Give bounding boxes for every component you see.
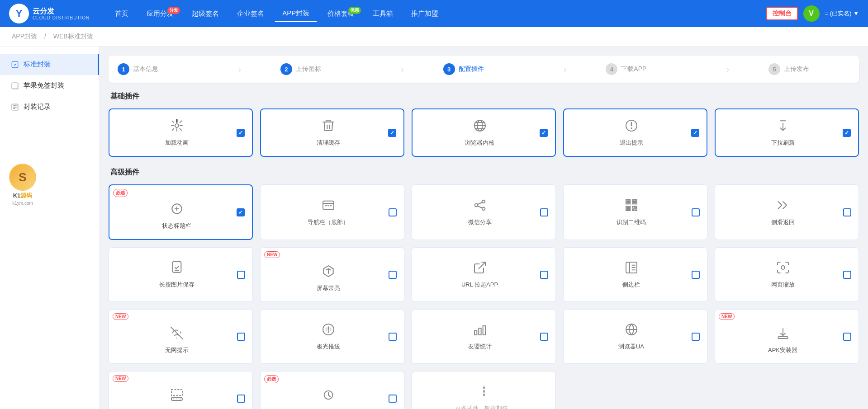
logo-icon: Y bbox=[9, 4, 29, 24]
checkbox-url-launch[interactable] bbox=[540, 271, 548, 279]
advanced-plugins-grid: 必选 状态标题栏 ✓ bbox=[109, 184, 859, 409]
watermark: S K1源码 k1ym.com bbox=[9, 164, 36, 206]
checkbox-android-cert[interactable] bbox=[389, 395, 397, 403]
checkbox-nav-bar[interactable] bbox=[389, 208, 397, 216]
basic-plugins-title: 基础插件 bbox=[109, 92, 859, 101]
checkbox-zoom[interactable] bbox=[843, 271, 851, 279]
nav-home[interactable]: 首页 bbox=[108, 6, 136, 22]
plugin-card-refresh[interactable]: 下拉刷新 ✓ bbox=[715, 108, 859, 157]
main-header: Y 云分发 CLOUD DISTRIBUTION 首页 应用分发 分发 超级签名… bbox=[0, 0, 868, 27]
checkbox-long-press[interactable] bbox=[237, 271, 245, 279]
step-arrow-2: › bbox=[362, 64, 443, 75]
screen-on-icon bbox=[321, 264, 336, 281]
checkbox-slide-back[interactable] bbox=[843, 208, 851, 216]
checkbox-loading[interactable]: ✓ bbox=[237, 129, 245, 137]
plugin-card-hidden-btn[interactable]: NEW 隐藏虚拟按键 bbox=[109, 371, 253, 409]
sidebar-label-records: 封装记录 bbox=[24, 103, 51, 111]
checkbox-cache[interactable]: ✓ bbox=[388, 129, 396, 137]
checkbox-browser[interactable]: ✓ bbox=[540, 129, 548, 137]
advanced-plugins-title: 高级插件 bbox=[109, 168, 859, 177]
plugin-name-apk: APK安装器 bbox=[768, 346, 797, 354]
step-3-label: 配置插件 bbox=[459, 65, 484, 73]
checkbox-exit[interactable]: ✓ bbox=[691, 129, 699, 137]
checkbox-sidebar[interactable] bbox=[692, 271, 700, 279]
main-content: 1 基本信息 › 2 上传图标 › 3 配置插件 › bbox=[100, 47, 868, 409]
control-panel-button[interactable]: 控制台 bbox=[766, 7, 798, 20]
plugin-card-browser[interactable]: 浏览器内核 ✓ bbox=[412, 108, 556, 157]
svg-rect-8 bbox=[323, 201, 334, 210]
svg-point-10 bbox=[482, 200, 485, 203]
plugin-card-url-launch[interactable]: URL 拉起APP bbox=[412, 247, 556, 302]
step-1-num: 1 bbox=[118, 63, 129, 75]
svg-rect-20 bbox=[632, 209, 634, 211]
plugin-card-screen-on[interactable]: NEW 屏幕常亮 bbox=[260, 247, 404, 302]
checkbox-hidden-btn[interactable] bbox=[237, 395, 245, 403]
plugin-card-slide-back[interactable]: 侧滑返回 bbox=[715, 184, 859, 240]
plugin-name-refresh: 下拉刷新 bbox=[771, 139, 795, 147]
browser-icon bbox=[473, 118, 487, 135]
sidebar-item-standard[interactable]: 标准封装 bbox=[0, 54, 99, 75]
sidebar-panel-icon bbox=[624, 260, 639, 277]
sidebar-item-records[interactable]: 封装记录 bbox=[0, 96, 99, 118]
step-1-label: 基本信息 bbox=[133, 65, 158, 73]
plugin-card-status-bar[interactable]: 必选 状态标题栏 ✓ bbox=[109, 184, 253, 240]
plugin-name-cache: 清理缓存 bbox=[317, 139, 340, 147]
checkbox-offline[interactable] bbox=[237, 333, 245, 341]
plugin-card-offline[interactable]: NEW 无网提示 bbox=[109, 309, 253, 364]
nav-affiliate[interactable]: 推广加盟 bbox=[404, 6, 446, 22]
checkbox-status-bar[interactable]: ✓ bbox=[237, 208, 245, 216]
nav-app-pack[interactable]: APP封装 bbox=[275, 5, 317, 22]
nav-tools[interactable]: 工具箱 bbox=[365, 6, 400, 22]
plugin-card-push[interactable]: 极光推送 bbox=[260, 309, 404, 364]
checkbox-youmeng[interactable] bbox=[540, 333, 548, 341]
user-name[interactable]: = (已实名) ▼ bbox=[825, 9, 859, 18]
plugin-card-qrcode[interactable]: 识别二维码 bbox=[563, 184, 707, 240]
main-layout: 标准封装 苹果免签封装 封装记录 1 bbox=[0, 47, 868, 409]
plugin-card-wechat-share[interactable]: 微信分享 bbox=[412, 184, 556, 240]
plugin-card-nav-bar[interactable]: 导航栏（底部） bbox=[260, 184, 404, 240]
step-4: 4 下载APP bbox=[606, 63, 687, 75]
apple-icon bbox=[11, 82, 19, 90]
nav-app-distribution[interactable]: 应用分发 分发 bbox=[139, 6, 181, 22]
checkbox-push[interactable] bbox=[389, 333, 397, 341]
step-2: 2 上传图标 bbox=[280, 63, 362, 75]
svg-rect-18 bbox=[632, 207, 634, 208]
nav-pricing[interactable]: 价格套餐 优惠 bbox=[320, 6, 362, 22]
plugin-name-wechat-share: 微信分享 bbox=[468, 218, 492, 226]
sidebar-item-apple[interactable]: 苹果免签封装 bbox=[0, 75, 99, 96]
plugin-name-push: 极光推送 bbox=[317, 343, 340, 351]
svg-rect-28 bbox=[483, 326, 485, 335]
checkbox-browser-ua[interactable] bbox=[692, 333, 700, 341]
plugin-card-apk[interactable]: NEW APK安装器 bbox=[715, 309, 859, 364]
checkbox-refresh[interactable]: ✓ bbox=[843, 129, 851, 137]
nav-enterprise-sign[interactable]: 企业签名 bbox=[230, 6, 271, 22]
breadcrumb-app-pack[interactable]: APP封装 bbox=[12, 33, 37, 40]
plugin-card-cache[interactable]: 清理缓存 ✓ bbox=[260, 108, 404, 157]
basic-plugins-section: 基础插件 加载动画 ✓ bbox=[109, 92, 859, 157]
plugin-card-sidebar[interactable]: 侧边栏 bbox=[563, 247, 707, 302]
step-4-num: 4 bbox=[606, 63, 617, 75]
plugin-card-zoom[interactable]: 网页缩放 bbox=[715, 247, 859, 302]
checkbox-apk[interactable] bbox=[843, 333, 851, 341]
plugin-card-exit[interactable]: 退出提示 ✓ bbox=[563, 108, 707, 157]
pricing-badge: 优惠 bbox=[348, 7, 361, 14]
svg-rect-19 bbox=[636, 207, 637, 208]
svg-point-3 bbox=[175, 124, 179, 127]
new-badge-apk: NEW bbox=[719, 313, 735, 320]
svg-rect-13 bbox=[626, 200, 630, 203]
advanced-plugins-section: 高级插件 必选 状态标题栏 ✓ bbox=[109, 168, 859, 409]
checkbox-wechat-share[interactable] bbox=[540, 208, 548, 216]
plugin-name-offline: 无网提示 bbox=[165, 346, 189, 354]
required-badge-status-bar: 必选 bbox=[113, 189, 128, 197]
checkbox-screen-on[interactable] bbox=[389, 271, 397, 279]
checkbox-qrcode[interactable] bbox=[692, 208, 700, 216]
plugin-card-android-cert[interactable]: 必选 安卓证书 bbox=[260, 371, 404, 409]
plugin-card-loading[interactable]: 加载动画 ✓ bbox=[109, 108, 253, 157]
svg-point-11 bbox=[482, 207, 485, 211]
plugin-card-youmeng[interactable]: 友盟统计 bbox=[412, 309, 556, 364]
android-cert-icon bbox=[321, 388, 336, 404]
plugin-card-browser-ua[interactable]: 浏览器UA bbox=[563, 309, 707, 364]
nav-super-sign[interactable]: 超级签名 bbox=[185, 6, 226, 22]
plugin-card-long-press[interactable]: 长按图片保存 bbox=[109, 247, 253, 302]
svg-rect-17 bbox=[626, 207, 630, 210]
